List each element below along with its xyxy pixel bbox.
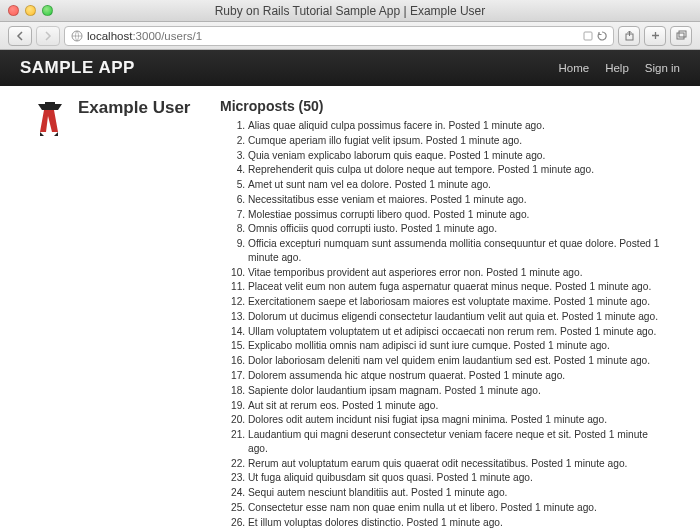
svg-rect-4 — [679, 31, 686, 37]
plus-icon — [650, 30, 661, 41]
app-navbar: SAMPLE APP Home Help Sign in — [0, 50, 700, 86]
nav-link-help[interactable]: Help — [605, 62, 629, 74]
micropost-item: Exercitationem saepe et laboriosam maior… — [248, 295, 670, 309]
chevron-left-icon — [16, 31, 24, 41]
window-titlebar: Ruby on Rails Tutorial Sample App | Exam… — [0, 0, 700, 22]
brand[interactable]: SAMPLE APP — [20, 58, 135, 78]
micropost-item: Sapiente dolor laudantium ipsam magnam. … — [248, 384, 670, 398]
avatar — [30, 98, 70, 138]
share-button[interactable] — [618, 26, 640, 46]
chevron-right-icon — [44, 31, 52, 41]
reload-icon[interactable] — [597, 31, 607, 41]
tabs-button[interactable] — [670, 26, 692, 46]
micropost-item: Necessitatibus esse veniam et maiores. P… — [248, 193, 670, 207]
micropost-item: Explicabo mollitia omnis nam adipisci id… — [248, 339, 670, 353]
page-viewport: SAMPLE APP Home Help Sign in Example Use… — [0, 50, 700, 529]
avatar-icon — [30, 98, 70, 138]
window-title: Ruby on Rails Tutorial Sample App | Exam… — [215, 4, 486, 18]
micropost-item: Molestiae possimus corrupti libero quod.… — [248, 208, 670, 222]
user-name: Example User — [78, 98, 190, 529]
nav-link-home[interactable]: Home — [558, 62, 589, 74]
micropost-item: Cumque aperiam illo fugiat velit ipsum. … — [248, 134, 670, 148]
micropost-item: Et illum voluptas dolores distinctio. Po… — [248, 516, 670, 529]
micropost-item: Dolores odit autem incidunt nisi fugiat … — [248, 413, 670, 427]
container: Example User Microposts (50) Alias quae … — [30, 86, 670, 529]
micropost-item: Alias quae aliquid culpa possimus facere… — [248, 119, 670, 133]
forward-button[interactable] — [36, 26, 60, 46]
browser-toolbar: localhost:3000/users/1 — [0, 22, 700, 50]
micropost-item: Aut sit at rerum eos. Posted 1 minute ag… — [248, 399, 670, 413]
micropost-item: Omnis officiis quod corrupti iusto. Post… — [248, 222, 670, 236]
microposts-list: Alias quae aliquid culpa possimus facere… — [220, 119, 670, 529]
micropost-item: Dolor laboriosam deleniti nam vel quidem… — [248, 354, 670, 368]
microposts-section: Microposts (50) Alias quae aliquid culpa… — [220, 98, 670, 529]
micropost-item: Laudantium qui magni deserunt consectetu… — [248, 428, 670, 456]
micropost-item: Ut fuga aliquid quibusdam sit quos quasi… — [248, 471, 670, 485]
micropost-item: Vitae temporibus provident aut asperiore… — [248, 266, 670, 280]
tabs-icon — [676, 30, 687, 41]
zoom-icon[interactable] — [42, 5, 53, 16]
micropost-item: Dolorem assumenda hic atque nostrum quae… — [248, 369, 670, 383]
micropost-item: Ullam voluptatem voluptatem ut et adipis… — [248, 325, 670, 339]
address-host: localhost — [87, 30, 132, 42]
svg-rect-3 — [677, 33, 684, 39]
globe-icon — [71, 30, 83, 42]
micropost-item: Placeat velit eum non autem fuga asperna… — [248, 280, 670, 294]
back-button[interactable] — [8, 26, 32, 46]
micropost-item: Officia excepturi numquam sunt assumenda… — [248, 237, 670, 265]
micropost-item: Sequi autem nesciunt blanditiis aut. Pos… — [248, 486, 670, 500]
address-path: :3000/users/1 — [132, 30, 202, 42]
svg-rect-1 — [584, 32, 592, 40]
micropost-item: Dolorum ut ducimus eligendi consectetur … — [248, 310, 670, 324]
user-aside: Example User — [30, 98, 200, 529]
reader-icon[interactable] — [583, 31, 593, 41]
traffic-lights — [8, 5, 53, 16]
share-icon — [624, 30, 635, 41]
microposts-heading: Microposts (50) — [220, 98, 670, 114]
nav-link-signin[interactable]: Sign in — [645, 62, 680, 74]
minimize-icon[interactable] — [25, 5, 36, 16]
micropost-item: Reprehenderit quis culpa ut dolore neque… — [248, 163, 670, 177]
add-button[interactable] — [644, 26, 666, 46]
micropost-item: Quia veniam explicabo laborum quis eaque… — [248, 149, 670, 163]
micropost-item: Amet ut sunt nam vel ea dolore. Posted 1… — [248, 178, 670, 192]
address-bar[interactable]: localhost:3000/users/1 — [64, 26, 614, 46]
nav-links: Home Help Sign in — [558, 62, 680, 74]
micropost-item: Rerum aut voluptatum earum quis quaerat … — [248, 457, 670, 471]
svg-rect-6 — [45, 102, 55, 105]
micropost-item: Consectetur esse nam non quae enim nulla… — [248, 501, 670, 515]
close-icon[interactable] — [8, 5, 19, 16]
